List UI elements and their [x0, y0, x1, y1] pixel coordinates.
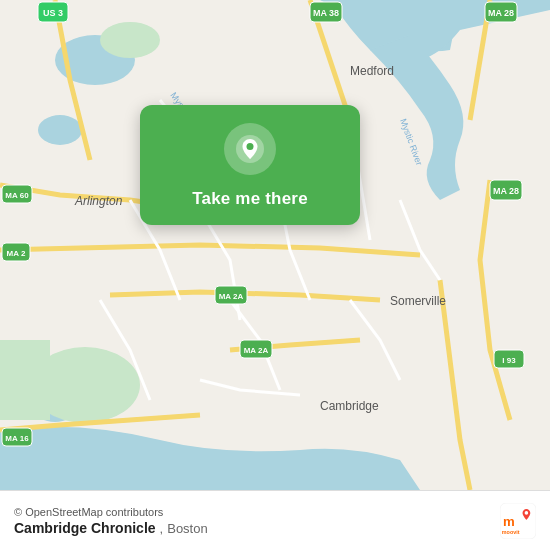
svg-text:MA 28: MA 28	[493, 186, 519, 196]
svg-point-2	[38, 115, 82, 145]
svg-rect-6	[0, 340, 50, 420]
svg-text:MA 2A: MA 2A	[244, 346, 269, 355]
svg-text:m: m	[503, 513, 515, 528]
svg-point-39	[525, 511, 529, 515]
map: US 3 MA 38 MA 28 MA 28 MA 60 MA 2 MA 2A …	[0, 0, 550, 490]
svg-text:Medford: Medford	[350, 64, 394, 78]
svg-point-35	[247, 143, 254, 150]
moovit-logo-icon: m moovit	[500, 503, 536, 539]
svg-text:moovit: moovit	[502, 529, 520, 535]
place-name: Cambridge Chronicle	[14, 520, 156, 536]
place-info: © OpenStreetMap contributors Cambridge C…	[14, 506, 208, 536]
svg-point-7	[100, 22, 160, 58]
attribution-text: © OpenStreetMap contributors	[14, 506, 208, 518]
location-icon-container	[224, 123, 276, 175]
svg-text:MA 38: MA 38	[313, 8, 339, 18]
city-separator: ,	[160, 521, 164, 536]
svg-text:MA 16: MA 16	[5, 434, 29, 443]
location-pin-icon	[235, 134, 265, 164]
svg-text:MA 2: MA 2	[7, 249, 26, 258]
svg-text:Somerville: Somerville	[390, 294, 446, 308]
bottom-bar: © OpenStreetMap contributors Cambridge C…	[0, 490, 550, 550]
svg-text:Cambridge: Cambridge	[320, 399, 379, 413]
svg-text:MA 28: MA 28	[488, 8, 514, 18]
city-name: Boston	[167, 521, 207, 536]
take-me-there-label: Take me there	[192, 189, 308, 209]
svg-text:US 3: US 3	[43, 8, 63, 18]
svg-text:Arlington: Arlington	[74, 194, 123, 208]
take-me-there-card[interactable]: Take me there	[140, 105, 360, 225]
svg-text:MA 60: MA 60	[5, 191, 29, 200]
app-branding: m moovit	[500, 503, 536, 539]
svg-text:I 93: I 93	[502, 356, 516, 365]
svg-text:MA 2A: MA 2A	[219, 292, 244, 301]
